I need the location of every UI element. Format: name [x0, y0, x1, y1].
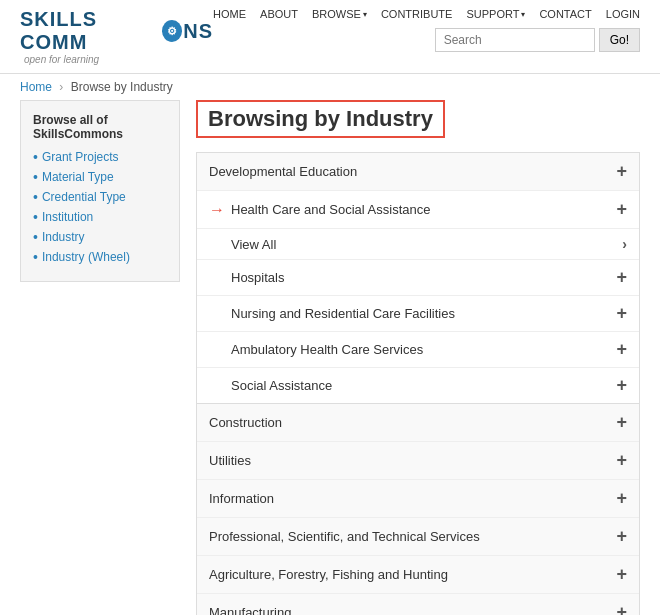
sub-item-hospitals[interactable]: Hospitals +: [197, 260, 639, 296]
sub-item-label: Social Assistance: [231, 378, 332, 393]
bullet-icon: •: [33, 249, 38, 265]
expand-plus-icon: +: [616, 267, 627, 288]
nav-login[interactable]: LOGIN: [606, 8, 640, 20]
bullet-icon: •: [33, 189, 38, 205]
industry-label: Agriculture, Forestry, Fishing and Hunti…: [209, 567, 448, 582]
search-area: Go!: [435, 28, 640, 52]
expand-plus-icon: +: [616, 488, 627, 509]
industry-item-developmental[interactable]: Developmental Education +: [197, 153, 639, 191]
industry-item-professional[interactable]: Professional, Scientific, and Technical …: [197, 518, 639, 556]
sub-item-label: Hospitals: [231, 270, 284, 285]
expand-plus-icon: +: [616, 303, 627, 324]
expand-plus-icon: +: [616, 412, 627, 433]
expand-plus-icon: +: [616, 161, 627, 182]
logo-subtitle: open for learning: [24, 54, 213, 65]
industry-label: Developmental Education: [209, 164, 357, 179]
bullet-icon: •: [33, 169, 38, 185]
content-area: Browsing by Industry Developmental Educa…: [196, 100, 640, 615]
bullet-icon: •: [33, 209, 38, 225]
sidebar-item-credential-type[interactable]: • Credential Type: [33, 189, 167, 205]
industry-item-healthcare[interactable]: → Health Care and Social Assistance +: [197, 191, 639, 229]
breadcrumb: Home › Browse by Industry: [0, 74, 660, 100]
industry-label: Utilities: [209, 453, 251, 468]
industry-label: Manufacturing: [209, 605, 291, 615]
industry-item-utilities[interactable]: Utilities +: [197, 442, 639, 480]
bullet-icon: •: [33, 229, 38, 245]
search-input[interactable]: [435, 28, 595, 52]
industry-item-information[interactable]: Information +: [197, 480, 639, 518]
industry-item-manufacturing[interactable]: Manufacturing +: [197, 594, 639, 615]
breadcrumb-separator: ›: [59, 80, 63, 94]
page-title: Browsing by Industry: [196, 100, 445, 138]
sub-item-label: Nursing and Residential Care Facilities: [231, 306, 455, 321]
sub-item-view-all[interactable]: View All ›: [197, 229, 639, 260]
industry-item-agriculture[interactable]: Agriculture, Forestry, Fishing and Hunti…: [197, 556, 639, 594]
expand-plus-icon: +: [616, 199, 627, 220]
sub-item-social-assistance[interactable]: Social Assistance +: [197, 368, 639, 403]
sub-item-ambulatory[interactable]: Ambulatory Health Care Services +: [197, 332, 639, 368]
browse-arrow-icon: ▾: [363, 10, 367, 19]
sidebar: Browse all of SkillsCommons • Grant Proj…: [20, 100, 180, 282]
sidebar-item-grant-projects[interactable]: • Grant Projects: [33, 149, 167, 165]
breadcrumb-current: Browse by Industry: [71, 80, 173, 94]
industry-label: Health Care and Social Assistance: [231, 202, 430, 217]
arrow-indicator-icon: →: [209, 201, 225, 219]
sidebar-item-material-type[interactable]: • Material Type: [33, 169, 167, 185]
bullet-icon: •: [33, 149, 38, 165]
expand-plus-icon: +: [616, 602, 627, 615]
top-nav: HOME ABOUT BROWSE ▾ CONTRIBUTE SUPPORT ▾…: [213, 8, 640, 20]
industry-list: Developmental Education + → Health Care …: [196, 152, 640, 615]
sub-list-healthcare: View All › Hospitals + Nursing and Resid…: [197, 229, 639, 404]
industry-label: Construction: [209, 415, 282, 430]
sub-item-label: Ambulatory Health Care Services: [231, 342, 423, 357]
nav-contact[interactable]: CONTACT: [539, 8, 591, 20]
sidebar-title: Browse all of SkillsCommons: [33, 113, 167, 141]
logo-text-2: NS: [183, 20, 213, 43]
view-all-chevron-icon: ›: [622, 236, 627, 252]
support-arrow-icon: ▾: [521, 10, 525, 19]
logo-gear-icon: ⚙: [162, 20, 183, 42]
logo-area: SKILLS COMM ⚙ NS open for learning: [20, 8, 213, 65]
expand-plus-icon: +: [616, 526, 627, 547]
sub-item-label: View All: [231, 237, 276, 252]
sub-item-nursing[interactable]: Nursing and Residential Care Facilities …: [197, 296, 639, 332]
nav-about[interactable]: ABOUT: [260, 8, 298, 20]
nav-support[interactable]: SUPPORT ▾: [466, 8, 525, 20]
logo-text: SKILLS COMM: [20, 8, 161, 54]
nav-home[interactable]: HOME: [213, 8, 246, 20]
nav-contribute[interactable]: CONTRIBUTE: [381, 8, 453, 20]
sidebar-item-industry-wheel[interactable]: • Industry (Wheel): [33, 249, 167, 265]
search-button[interactable]: Go!: [599, 28, 640, 52]
nav-browse[interactable]: BROWSE ▾: [312, 8, 367, 20]
expand-plus-icon: +: [616, 375, 627, 396]
industry-item-construction[interactable]: Construction +: [197, 404, 639, 442]
sidebar-item-institution[interactable]: • Institution: [33, 209, 167, 225]
industry-label: Professional, Scientific, and Technical …: [209, 529, 480, 544]
expand-plus-icon: +: [616, 450, 627, 471]
expand-plus-icon: +: [616, 564, 627, 585]
breadcrumb-home[interactable]: Home: [20, 80, 52, 94]
header: SKILLS COMM ⚙ NS open for learning HOME …: [0, 0, 660, 74]
expand-plus-icon: +: [616, 339, 627, 360]
industry-label: Information: [209, 491, 274, 506]
sidebar-item-industry[interactable]: • Industry: [33, 229, 167, 245]
